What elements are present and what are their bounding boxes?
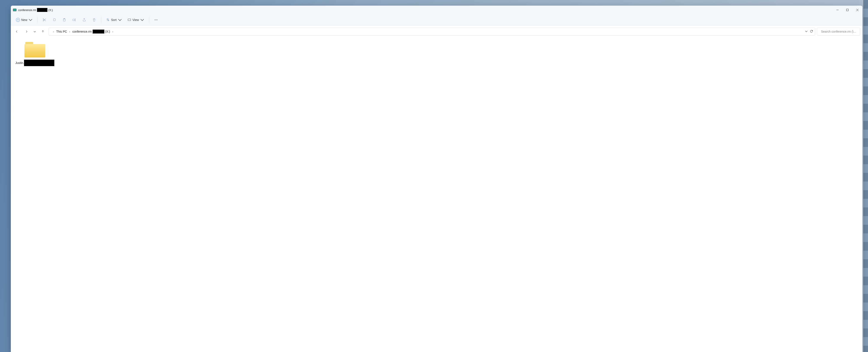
arrow-up-icon (41, 30, 44, 33)
sort-button[interactable]: Sort (104, 16, 124, 24)
search-box[interactable] (817, 28, 860, 35)
arrow-left-icon (15, 30, 19, 33)
chevron-down-icon (34, 31, 36, 33)
file-list[interactable]: Justin. (11, 38, 862, 352)
redacted-block (37, 8, 48, 12)
chevron-down-icon (118, 18, 122, 22)
cut-button[interactable] (40, 16, 49, 24)
view-button[interactable]: View (125, 16, 146, 24)
more-button[interactable] (152, 16, 160, 24)
chevron-down-icon (29, 18, 32, 22)
maximize-button[interactable] (842, 6, 852, 14)
ellipsis-icon (154, 18, 158, 22)
breadcrumb-loc-suffix: (X:) (105, 30, 110, 33)
svg-point-16 (155, 20, 155, 20)
up-button[interactable] (39, 28, 47, 35)
new-label: New (21, 18, 27, 22)
folder-name-prefix: Justin. (16, 61, 24, 65)
svg-rect-15 (128, 19, 131, 21)
close-button[interactable] (852, 6, 862, 14)
separator (37, 17, 37, 23)
refresh-icon (810, 30, 813, 33)
share-button[interactable] (80, 16, 89, 24)
file-explorer-window: conference.rm (X:) + New (11, 6, 862, 352)
copy-button[interactable] (50, 16, 59, 24)
paste-button[interactable] (60, 16, 69, 24)
chevron-right-icon: › (69, 30, 70, 33)
svg-rect-8 (54, 19, 55, 21)
chevron-down-icon (140, 18, 144, 22)
folder-name: Justin. (14, 60, 55, 66)
chevron-right-icon: › (53, 30, 54, 33)
window-controls (833, 6, 862, 14)
redacted-block (93, 30, 104, 34)
folder-item[interactable]: Justin. (14, 42, 55, 66)
copy-icon (52, 18, 56, 22)
title-prefix: conference.rm (18, 8, 36, 12)
command-bar: + New Sort View (11, 14, 862, 26)
forward-button[interactable] (23, 28, 30, 35)
svg-point-18 (157, 20, 157, 20)
recent-locations-button[interactable] (32, 28, 37, 35)
chevron-down-icon (805, 30, 808, 33)
rename-icon (72, 18, 76, 22)
plus-icon: + (16, 18, 20, 22)
back-button[interactable] (13, 28, 21, 35)
minimize-button[interactable] (833, 6, 842, 14)
view-icon (127, 18, 131, 22)
view-label: View (132, 18, 139, 22)
address-dropdown-button[interactable] (805, 30, 808, 33)
chevron-right-icon: › (112, 30, 113, 33)
clipboard-icon (62, 18, 66, 22)
svg-rect-11 (73, 19, 75, 21)
sort-icon (106, 18, 110, 22)
breadcrumb-this-pc[interactable]: This PC (56, 30, 67, 33)
breadcrumb-loc-prefix: conference.rm (72, 30, 92, 33)
rename-button[interactable] (70, 16, 79, 24)
window-title: conference.rm (X:) (18, 8, 53, 12)
drive-icon (13, 9, 17, 11)
trash-icon (92, 18, 96, 22)
share-icon (82, 18, 86, 22)
address-bar[interactable]: › This PC › conference.rm (X:) › (49, 28, 815, 35)
title-suffix: (X:) (48, 8, 53, 12)
refresh-button[interactable] (810, 30, 813, 34)
breadcrumb-current[interactable]: conference.rm (X:) (72, 30, 110, 34)
separator (149, 17, 149, 23)
titlebar[interactable]: conference.rm (X:) (11, 6, 862, 14)
svg-point-17 (156, 20, 156, 20)
navigation-row: › This PC › conference.rm (X:) › (11, 26, 862, 38)
new-button[interactable]: + New (14, 16, 35, 24)
scissors-icon (42, 18, 46, 22)
delete-button[interactable] (90, 16, 98, 24)
separator (101, 17, 101, 23)
arrow-right-icon (25, 30, 28, 33)
sort-label: Sort (111, 18, 117, 22)
redacted-block (24, 60, 54, 66)
search-input[interactable] (821, 30, 859, 33)
svg-rect-1 (846, 9, 848, 11)
folder-icon (25, 42, 45, 58)
